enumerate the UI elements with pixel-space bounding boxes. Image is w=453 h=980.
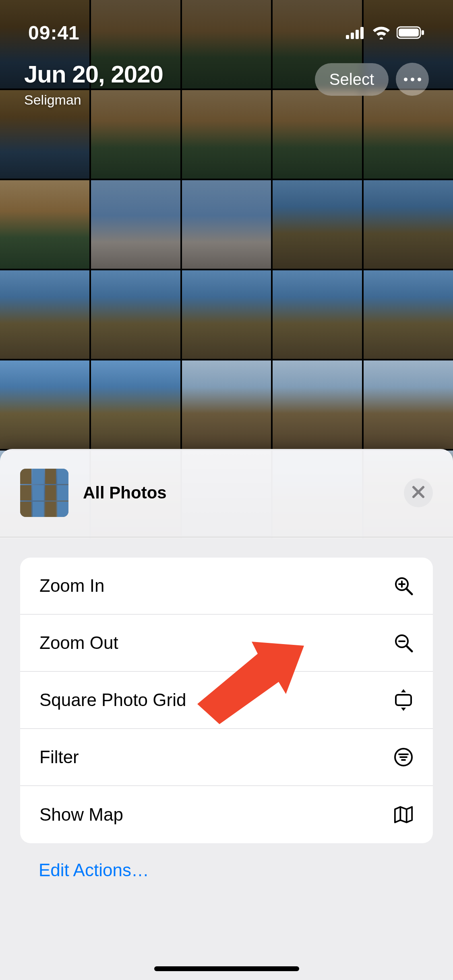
photo-thumbnail[interactable] xyxy=(273,180,362,269)
ellipsis-icon xyxy=(404,78,407,81)
close-button[interactable] xyxy=(404,478,433,507)
svg-marker-16 xyxy=(401,708,406,711)
photo-thumbnail[interactable] xyxy=(182,270,271,359)
photo-thumbnail[interactable] xyxy=(91,360,180,449)
zoom-out-icon xyxy=(393,633,414,653)
wifi-icon xyxy=(372,26,391,39)
show-map-action[interactable]: Show Map xyxy=(20,786,433,843)
zoom-out-action[interactable]: Zoom Out xyxy=(20,615,433,672)
photo-thumbnail[interactable] xyxy=(182,360,271,449)
square-grid-icon xyxy=(393,690,414,710)
square-photo-grid-action[interactable]: Square Photo Grid xyxy=(20,672,433,729)
svg-rect-3 xyxy=(360,27,364,39)
select-button[interactable]: Select xyxy=(315,63,389,96)
photo-thumbnail[interactable] xyxy=(91,180,180,269)
action-label: Zoom Out xyxy=(39,633,118,653)
action-label: Show Map xyxy=(39,805,123,825)
action-label: Zoom In xyxy=(39,576,104,596)
svg-rect-6 xyxy=(422,30,424,35)
battery-icon xyxy=(397,26,425,39)
action-label: Square Photo Grid xyxy=(39,690,186,710)
svg-marker-14 xyxy=(401,689,406,692)
svg-rect-5 xyxy=(399,29,419,37)
photo-thumbnail[interactable] xyxy=(182,180,271,269)
header-date[interactable]: Jun 20, 2020 xyxy=(24,60,163,88)
svg-line-8 xyxy=(406,589,412,594)
photo-thumbnail[interactable] xyxy=(364,180,453,269)
map-icon xyxy=(393,805,414,825)
library-header: Jun 20, 2020 Seligman Select xyxy=(0,60,453,108)
photo-thumbnail[interactable] xyxy=(91,270,180,359)
action-sheet: All Photos Zoom In Zoom Out Square Photo… xyxy=(0,449,453,980)
action-label: Filter xyxy=(39,747,79,767)
photo-thumbnail[interactable] xyxy=(0,270,89,359)
header-location[interactable]: Seligman xyxy=(24,92,163,108)
edit-actions-link[interactable]: Edit Actions… xyxy=(39,860,434,880)
photo-thumbnail[interactable] xyxy=(364,270,453,359)
svg-rect-2 xyxy=(356,30,359,39)
photo-thumbnail[interactable] xyxy=(0,360,89,449)
svg-rect-15 xyxy=(396,695,411,705)
status-time: 09:41 xyxy=(28,22,80,44)
home-indicator[interactable] xyxy=(154,966,299,971)
more-button[interactable] xyxy=(396,63,429,96)
cellular-icon xyxy=(346,26,366,39)
svg-line-12 xyxy=(406,646,412,651)
action-sheet-header: All Photos xyxy=(0,449,453,537)
zoom-in-action[interactable]: Zoom In xyxy=(20,558,433,615)
status-indicators xyxy=(346,26,425,39)
zoom-in-icon xyxy=(393,576,414,596)
photo-thumbnail[interactable] xyxy=(364,360,453,449)
photo-thumbnail[interactable] xyxy=(273,270,362,359)
action-list: Zoom In Zoom Out Square Photo Grid Filte… xyxy=(20,558,433,843)
photo-thumbnail[interactable] xyxy=(0,180,89,269)
close-icon xyxy=(411,485,426,501)
filter-icon xyxy=(393,747,414,767)
all-photos-thumbnail-icon xyxy=(20,469,68,517)
filter-action[interactable]: Filter xyxy=(20,729,433,786)
svg-rect-1 xyxy=(351,33,354,39)
photo-thumbnail[interactable] xyxy=(273,360,362,449)
svg-rect-0 xyxy=(346,35,349,39)
action-sheet-title: All Photos xyxy=(83,483,167,502)
status-bar: 09:41 xyxy=(0,14,453,51)
